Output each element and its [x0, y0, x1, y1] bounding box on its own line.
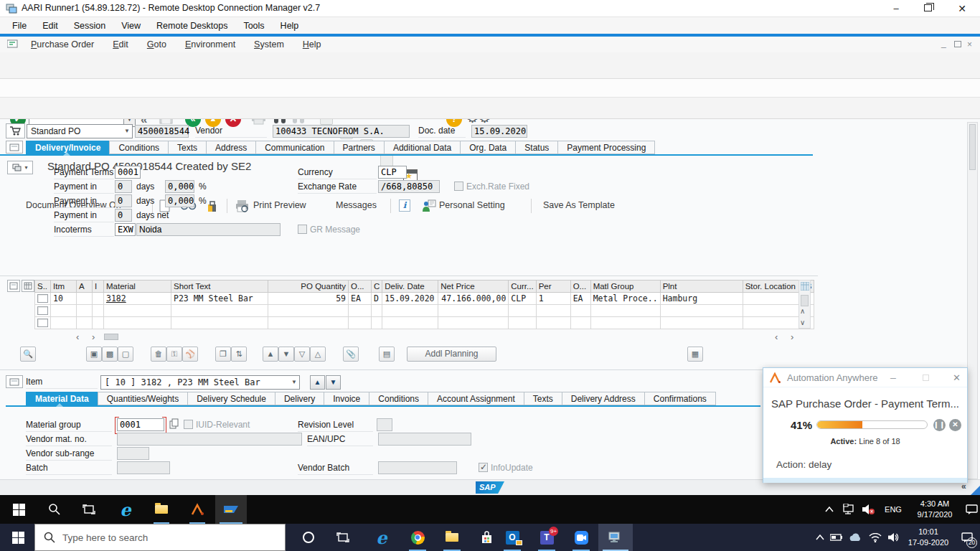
table-scroll-down-icon[interactable]: ∨ — [800, 319, 805, 326]
remote-ie-icon[interactable]: e — [113, 495, 138, 524]
col-per[interactable]: Per — [536, 281, 570, 293]
aa-stop-button[interactable]: ✕ — [949, 419, 961, 431]
col-i[interactable]: I — [93, 281, 104, 293]
col-c[interactable]: C — [372, 281, 382, 293]
select-all-button[interactable]: ▣ — [86, 347, 102, 362]
tab-communication[interactable]: Communication — [255, 141, 334, 154]
tab-payment-processing[interactable]: Payment Processing — [557, 141, 655, 154]
sap-menu-system[interactable]: System — [245, 38, 293, 51]
sap-menu-help[interactable]: Help — [293, 38, 331, 51]
tab-conditions[interactable]: Conditions — [109, 141, 169, 154]
repeat-item-button[interactable]: ⇅ — [231, 347, 247, 362]
col-opu[interactable]: O... — [570, 281, 590, 293]
sort-descending-button[interactable]: ▼ — [278, 347, 294, 362]
info-update-checkbox[interactable] — [479, 463, 488, 472]
payment-in2-days-field[interactable]: 0 — [115, 194, 132, 207]
po-type-select[interactable]: Standard PO ▼ — [27, 124, 133, 138]
collapse-item-icon[interactable] — [6, 375, 23, 388]
payment-in1-days-field[interactable]: 0 — [115, 180, 132, 193]
remote-action-center-icon[interactable] — [963, 495, 980, 524]
host-zoom-icon[interactable] — [568, 524, 594, 551]
col-oun[interactable]: O... — [349, 281, 372, 293]
tab-item-texts[interactable]: Texts — [524, 392, 562, 405]
col-net-price[interactable]: Net Price — [438, 281, 509, 293]
delete-filter-button[interactable]: △ — [310, 347, 326, 362]
main-vscrollbar[interactable] — [967, 122, 978, 479]
batch-field[interactable] — [117, 461, 170, 474]
iuid-relevant-checkbox[interactable] — [184, 420, 193, 429]
exch-rate-fixed-checkbox[interactable] — [454, 182, 463, 191]
tab-address[interactable]: Address — [206, 141, 256, 154]
tab-invoice[interactable]: Invoice — [324, 392, 369, 405]
messages-button[interactable]: Messages — [336, 200, 377, 210]
menu-file[interactable]: File — [4, 19, 34, 33]
remote-file-explorer-icon[interactable] — [149, 495, 174, 524]
hold-icon[interactable] — [207, 199, 218, 212]
col-matl-group[interactable]: Matl Group — [590, 281, 660, 293]
host-store-icon[interactable] — [473, 524, 499, 551]
host-clock[interactable]: 10:01 17-09-2020 — [903, 524, 954, 551]
tab-additional-data[interactable]: Additional Data — [384, 141, 461, 154]
collapse-overview-icon[interactable] — [7, 280, 20, 292]
export-button[interactable]: ▦ — [687, 347, 703, 362]
sap-menu-goto[interactable]: Goto — [138, 38, 176, 51]
tab-delivery[interactable]: Delivery — [275, 392, 324, 405]
tab-confirmations[interactable]: Confirmations — [644, 392, 716, 405]
col-a[interactable]: A — [77, 281, 93, 293]
table-row-empty[interactable] — [35, 305, 814, 317]
window-close-button[interactable]: ✕ — [957, 3, 967, 14]
doc-date-field[interactable]: 15.09.2020 — [471, 125, 527, 138]
unlock-item-button[interactable]: ⚾ — [182, 347, 198, 362]
main-vscroll-thumb[interactable] — [969, 124, 976, 170]
host-volume-icon[interactable] — [885, 524, 903, 551]
remote-volume-muted-icon[interactable] — [859, 495, 878, 524]
aa-pause-button[interactable]: ❙❙ — [933, 419, 946, 431]
table-vscroll-thumb[interactable] — [801, 295, 809, 306]
host-outlook-icon[interactable]: O — [499, 524, 525, 551]
sap-restore-button[interactable] — [954, 41, 961, 47]
col-plnt[interactable]: Plnt — [660, 281, 743, 293]
collapse-header-icon[interactable] — [6, 141, 23, 154]
print-preview-button[interactable]: Print Preview — [253, 200, 306, 210]
next-item-button[interactable]: ▼ — [326, 375, 341, 390]
payment-in3-days-field[interactable]: 0 — [115, 209, 132, 222]
vendor-field[interactable]: 100433 TECNOFROM S.A. — [273, 125, 410, 138]
remote-start-button[interactable] — [7, 495, 30, 524]
delete-item-button[interactable]: 🗑 — [151, 347, 166, 362]
col-curr[interactable]: Curr... — [509, 281, 536, 293]
save-as-template-button[interactable]: Save As Template — [543, 200, 615, 210]
gui-status-icon[interactable]: ▾ — [7, 161, 33, 174]
host-start-button[interactable] — [6, 524, 30, 551]
col-sel[interactable]: S.. — [35, 281, 51, 293]
menu-remote-desktops[interactable]: Remote Desktops — [149, 19, 235, 33]
payment-terms-field[interactable]: 0001 — [115, 166, 141, 179]
sap-close-button[interactable]: × — [967, 39, 972, 50]
menu-view[interactable]: View — [113, 19, 149, 33]
print-preview-icon[interactable] — [235, 199, 250, 212]
host-search-box[interactable]: Type here to search — [34, 524, 286, 551]
table-settings-icon[interactable] — [22, 280, 34, 292]
revision-level-field[interactable] — [377, 418, 392, 431]
sort-ascending-button[interactable]: ▲ — [263, 347, 278, 362]
resize-corner[interactable] — [970, 486, 980, 496]
vendor-batch-field[interactable] — [378, 461, 457, 474]
sap-menu-edit[interactable]: Edit — [103, 38, 138, 51]
payment-in2-pct-field[interactable]: 0,000 — [165, 194, 194, 207]
attachment-button[interactable]: 📎 — [343, 347, 359, 362]
previous-item-button[interactable]: ▲ — [310, 375, 325, 390]
tab-status[interactable]: Status — [515, 141, 558, 154]
tab-delivery-schedule[interactable]: Delivery Schedule — [187, 392, 275, 405]
aa-minimize-button[interactable]: – — [890, 372, 896, 383]
remote-clock[interactable]: 4:30 AM 9/17/2020 — [908, 495, 961, 524]
menu-edit[interactable]: Edit — [34, 19, 66, 33]
incoterms-text-field[interactable]: Noida — [136, 223, 281, 236]
incoterms-code-field[interactable]: EXW — [115, 223, 136, 236]
col-short-text[interactable]: Short Text — [171, 281, 268, 293]
sap-menu-purchase-order[interactable]: Purchase Order — [22, 38, 103, 51]
item-select[interactable]: [ 10 ] 3182 , P23 MM Steel Bar ▼ — [100, 375, 300, 390]
window-restore-button[interactable] — [924, 4, 932, 11]
remote-tray-chevron-icon[interactable] — [822, 495, 837, 524]
copy-value-icon[interactable] — [169, 418, 179, 430]
tab-partners[interactable]: Partners — [334, 141, 385, 154]
tab-delivery-address[interactable]: Delivery Address — [562, 392, 645, 405]
